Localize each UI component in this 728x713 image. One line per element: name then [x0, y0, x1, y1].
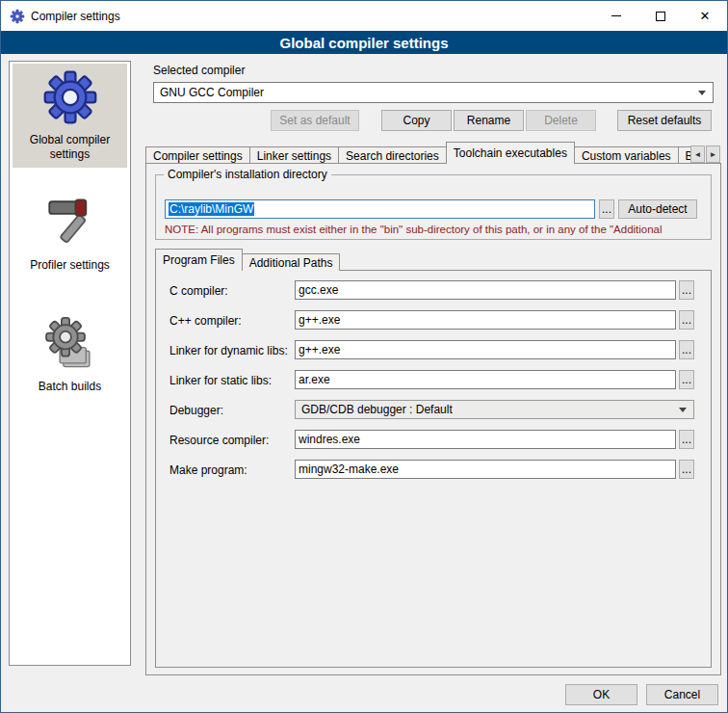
linker-dynamic-input[interactable]: [295, 340, 676, 359]
make-program-input[interactable]: [295, 460, 676, 479]
debugger-select[interactable]: GDB/CDB debugger : Default: [295, 400, 694, 419]
app-gear-icon: [10, 9, 25, 24]
cpp-compiler-browse-button[interactable]: ...: [679, 310, 694, 330]
c-compiler-browse-button[interactable]: ...: [679, 280, 694, 300]
sidebar-item-label: Profiler settings: [30, 258, 110, 273]
debugger-select-value: GDB/CDB debugger : Default: [301, 403, 453, 416]
installation-note: NOTE: All programs must exist either in …: [165, 224, 716, 235]
auto-detect-button[interactable]: Auto-detect: [618, 199, 697, 219]
resource-compiler-browse-button[interactable]: ...: [679, 430, 694, 449]
installation-directory-group-title: Compiler's installation directory: [164, 168, 331, 181]
profiler-hammer-icon: [42, 195, 98, 251]
cpp-compiler-input[interactable]: [295, 310, 676, 330]
tab-build-options[interactable]: Buil: [678, 146, 690, 164]
c-compiler-input[interactable]: [295, 280, 676, 300]
tab-compiler-settings[interactable]: Compiler settings: [145, 146, 250, 164]
chevron-down-icon: [679, 408, 687, 412]
make-program-label: Make program:: [169, 463, 247, 477]
sidebar-item-batch-builds[interactable]: Batch builds: [13, 310, 127, 400]
linker-dynamic-browse-button[interactable]: ...: [679, 340, 694, 359]
resource-compiler-input[interactable]: [295, 430, 676, 449]
tab-toolchain-executables[interactable]: Toolchain executables: [446, 142, 575, 164]
global-compiler-gear-icon: [42, 69, 98, 125]
sidebar-item-profiler-settings[interactable]: Profiler settings: [13, 189, 127, 278]
close-icon: ✕: [700, 10, 711, 22]
program-tabstrip: Program Files Additional Paths: [155, 249, 540, 271]
maximize-icon: [656, 12, 665, 21]
main-tabstrip: Compiler settings Linker settings Search…: [145, 142, 690, 164]
page-title: Global compiler settings: [1, 31, 727, 54]
cancel-button[interactable]: Cancel: [646, 684, 718, 705]
tab-search-directories[interactable]: Search directories: [338, 146, 447, 164]
installation-directory-browse-button[interactable]: ...: [599, 199, 614, 219]
compiler-select[interactable]: GNU GCC Compiler: [153, 82, 714, 103]
debugger-label: Debugger:: [169, 404, 223, 417]
linker-static-browse-button[interactable]: ...: [679, 370, 694, 389]
chevron-down-icon: [698, 91, 706, 95]
installation-directory-input[interactable]: C:\raylib\MinGW: [165, 199, 595, 219]
c-compiler-label: C compiler:: [169, 284, 228, 298]
batch-builds-gears-icon: [42, 316, 98, 372]
tab-scroll-right-button[interactable]: ►: [706, 145, 720, 163]
tab-scroll-left-button[interactable]: ◄: [690, 145, 705, 163]
resource-compiler-label: Resource compiler:: [169, 434, 269, 447]
set-as-default-button[interactable]: Set as default: [271, 110, 359, 131]
delete-button[interactable]: Delete: [526, 110, 596, 131]
tab-custom-variables[interactable]: Custom variables: [574, 146, 679, 164]
sidebar-item-label: Batch builds: [39, 380, 101, 394]
linker-dynamic-label: Linker for dynamic libs:: [169, 344, 288, 357]
tab-program-files[interactable]: Program Files: [155, 249, 243, 271]
compiler-select-value: GNU GCC Compiler: [160, 86, 264, 99]
tab-additional-paths[interactable]: Additional Paths: [242, 253, 341, 271]
linker-static-label: Linker for static libs:: [169, 374, 272, 387]
ok-button[interactable]: OK: [565, 684, 637, 705]
selected-compiler-label: Selected compiler: [153, 64, 245, 77]
installation-directory-value: C:\raylib\MinGW: [169, 202, 254, 216]
close-button[interactable]: ✕: [683, 1, 727, 31]
reset-defaults-button[interactable]: Reset defaults: [617, 110, 712, 131]
make-program-browse-button[interactable]: ...: [679, 460, 694, 479]
sidebar-item-label: Global compiler settings: [14, 133, 125, 162]
window-title: Compiler settings: [31, 10, 120, 23]
sidebar-item-global-compiler-settings[interactable]: Global compiler settings: [13, 64, 127, 168]
tab-linker-settings[interactable]: Linker settings: [249, 146, 339, 164]
rename-button[interactable]: Rename: [454, 110, 524, 131]
maximize-button[interactable]: [638, 1, 683, 31]
titlebar: Compiler settings ✕: [1, 1, 727, 31]
copy-button[interactable]: Copy: [381, 110, 452, 131]
linker-static-input[interactable]: [295, 370, 676, 389]
compiler-settings-dialog: Compiler settings ✕ Global compiler sett…: [0, 0, 728, 713]
minimize-icon: [611, 15, 621, 16]
cpp-compiler-label: C++ compiler:: [169, 314, 242, 328]
settings-category-list: Global compiler settings Profiler settin…: [9, 61, 131, 666]
minimize-button[interactable]: [594, 1, 638, 31]
